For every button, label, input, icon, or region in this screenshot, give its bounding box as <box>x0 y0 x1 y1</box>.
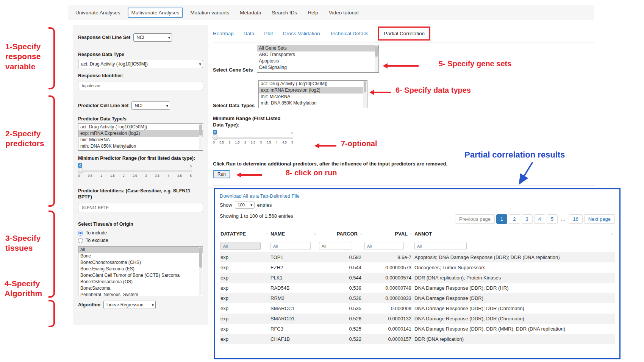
main-tabs: HeatmapDataPlotCross-ValidationTechnical… <box>213 25 595 42</box>
nav-item-help[interactable]: Help <box>304 8 322 17</box>
radio-unselected-icon[interactable] <box>78 238 83 243</box>
nav-item-multivariate-analyses[interactable]: Multivariate Analyses <box>128 8 183 18</box>
min-range-slider[interactable]: 0 5 00.511.522.533.544.55 <box>213 136 293 148</box>
predictor-cell-line-set-select[interactable]: NCI ▾ <box>131 101 170 110</box>
list-option-abc-transporters[interactable]: ABC Transporters <box>257 51 378 58</box>
response-identifier-input[interactable] <box>78 81 203 90</box>
filter-input-annot[interactable] <box>414 242 467 250</box>
filter-input-parcor[interactable] <box>319 242 352 250</box>
list-option-exp-mrna-expression-log2[interactable]: exp: mRNA Expression (log2) <box>259 87 367 94</box>
min-predictor-range-slider[interactable]: 0 5 00.511.522.533.544.55 <box>78 169 192 182</box>
page-button-16[interactable]: 16 <box>569 214 582 224</box>
list-option-act-drug-activity-log10-ic50m[interactable]: act: Drug Activity (-log10[IC50M]) <box>78 124 203 130</box>
column-header-name[interactable]: NAME↑↓ <box>270 228 318 240</box>
page-button-3[interactable]: 3 <box>522 214 533 224</box>
list-option-bone-ewing-sarcoma-es[interactable]: Bone:Ewing Sarcoma (ES) <box>78 266 203 272</box>
predictor-identifiers-input[interactable] <box>78 203 203 212</box>
sort-icon[interactable]: ↑↓ <box>314 232 316 236</box>
radio-selected-icon[interactable] <box>78 231 83 236</box>
column-header-annot[interactable]: ANNOT↑↓ <box>414 228 615 240</box>
sort-icon[interactable]: ↑↓ <box>265 232 267 236</box>
cell-annot: DNA Damage Response (DDR); DDR (Chromati… <box>414 303 615 314</box>
list-option-mir-microrna[interactable]: mir: MicroRNA <box>259 94 367 100</box>
caret-down-icon: ▾ <box>152 303 154 307</box>
tab-heatmap[interactable]: Heatmap <box>213 31 234 36</box>
gene-sets-listbox[interactable]: All Gene SetsABC TransportersApoptosisCe… <box>257 45 379 73</box>
entries-per-page-select[interactable]: 100 ▾ <box>235 201 255 209</box>
list-option-apoptosis[interactable]: Apoptosis <box>257 58 378 64</box>
page-button-4[interactable]: 4 <box>534 214 545 224</box>
list-option-cell-signaling[interactable]: Cell Signaling <box>257 64 378 71</box>
tissue-listbox[interactable]: allBoneBone:Chondrosarcoma (CHS)Bone:Ewi… <box>78 246 203 296</box>
column-header-pval[interactable]: PVAL↑↓ <box>364 228 414 240</box>
slider-handle[interactable] <box>213 134 218 140</box>
table-row: expRFC30.5250.0000141DNA Damage Response… <box>220 324 615 334</box>
list-option-peripheral-nervous-system[interactable]: Peripheral_Nervous_System <box>78 292 203 296</box>
scrollbar[interactable] <box>363 81 367 108</box>
list-option-all[interactable]: all <box>78 247 203 253</box>
scrollbar-thumb[interactable] <box>364 81 366 92</box>
scrollbar[interactable] <box>199 124 202 150</box>
filter-input-pval[interactable] <box>364 242 404 250</box>
tissue-include-radio-row[interactable]: To include <box>78 230 203 236</box>
list-option-bone-osteosarcoma-os[interactable]: Bone:Osteosarcoma (OS) <box>78 279 203 285</box>
arrow-shaft <box>319 145 336 147</box>
download-link[interactable]: Download All as a Tab-Delimited File <box>220 193 300 199</box>
nav-item-search-ids[interactable]: Search IDs <box>268 8 300 17</box>
list-option-bone-chondrosarcoma-chs[interactable]: Bone:Chondrosarcoma (CHS) <box>78 259 203 266</box>
algorithm-select[interactable]: Linear Regression ▾ <box>103 301 156 309</box>
nav-item-mutation-variants[interactable]: Mutation variants <box>187 8 233 17</box>
sort-icon[interactable]: ↑↓ <box>359 232 361 236</box>
scrollbar-thumb[interactable] <box>199 125 202 136</box>
nav-item-video-tutorial[interactable]: Video tutorial <box>325 8 362 17</box>
prev-page-button[interactable]: Previous page <box>455 214 495 224</box>
tab-technical-details[interactable]: Technical Details <box>330 31 368 36</box>
list-option-act-drug-activity-log10-ic50m[interactable]: act: Drug Activity (-log10[IC50M]) <box>259 81 367 87</box>
page-button-2[interactable]: 2 <box>509 214 520 224</box>
scrollbar[interactable] <box>199 247 202 295</box>
annotation-step8: 8- click on run <box>286 168 337 178</box>
page-button-5[interactable]: 5 <box>547 214 558 224</box>
nav-item-univariate-analyses[interactable]: Univariate Analyses <box>72 8 124 17</box>
response-data-type-select[interactable]: act: Drug Activity (-log10[IC50M]) ▾ <box>78 60 203 68</box>
tab-cross-validation[interactable]: Cross-Validation <box>283 31 320 36</box>
response-cell-line-set-label: Response Cell Line Set <box>78 34 130 41</box>
list-option-mth-dna-850k-methylation[interactable]: mth: DNA 850K Methylation <box>78 143 203 150</box>
cell-parcor: 0.526 <box>318 314 364 324</box>
nav-item-metadata[interactable]: Metadata <box>236 8 264 17</box>
filter-input-name[interactable] <box>270 242 311 250</box>
page-button-1[interactable]: 1 <box>496 214 507 224</box>
cell-datatype: exp <box>220 252 270 262</box>
scrollbar[interactable] <box>375 45 378 72</box>
predictor-data-types-label: Predictor Data Type/s <box>78 116 203 122</box>
arrow-head <box>383 63 388 69</box>
slider-handle[interactable] <box>78 168 83 173</box>
list-option-mth-dna-850k-methylation[interactable]: mth: DNA 850K Methylation <box>259 100 367 106</box>
run-button[interactable]: Run <box>213 170 230 178</box>
tissue-exclude-radio-row[interactable]: To exclude <box>78 238 203 243</box>
list-option-bone[interactable]: Bone <box>78 253 203 259</box>
list-option-bone-giant-cell-tumor-of-bone-gctb-sarcoma[interactable]: Bone:Giant Cell Tumor of Bone (GCTB) Sar… <box>78 272 203 279</box>
list-option-all-gene-sets[interactable]: All Gene Sets <box>257 45 378 51</box>
next-page-button[interactable]: Next page <box>584 214 615 224</box>
tab-data[interactable]: Data <box>244 31 255 36</box>
tab-plot[interactable]: Plot <box>264 31 273 36</box>
scrollbar-thumb[interactable] <box>375 46 378 57</box>
list-option-exp-mrna-expression-log2[interactable]: exp: mRNA Expression (log2) <box>78 130 203 137</box>
column-header-datatype[interactable]: DATATYPE↑↓ <box>220 228 270 240</box>
data-types-listbox[interactable]: act: Drug Activity (-log10[IC50M])exp: m… <box>258 80 367 108</box>
list-option-bone-sarcoma[interactable]: Bone:Sarcoma <box>78 285 203 292</box>
sort-icon[interactable]: ↑↓ <box>409 232 411 236</box>
predictor-data-types-listbox[interactable]: act: Drug Activity (-log10[IC50M])exp: m… <box>78 123 203 151</box>
sort-icon[interactable]: ↑↓ <box>610 232 613 236</box>
arrow-head <box>369 90 374 95</box>
response-cell-line-set-select[interactable]: NCI ▾ <box>133 33 172 42</box>
table-row: expCHAF1B0.5220.0000157DDR (DNA replicat… <box>220 334 615 344</box>
table-row: expTOP10.5828.6e-7Apoptosis; DNA Damage … <box>220 252 615 262</box>
column-header-parcor[interactable]: PARCOR↑↓ <box>318 228 364 240</box>
scrollbar-thumb[interactable] <box>199 247 202 268</box>
list-option-mir-microrna[interactable]: mir: MicroRNA <box>78 137 203 143</box>
tab-partial-correlation[interactable]: Partial Correlation <box>378 27 430 41</box>
slider-tick-labels: 00.511.522.533.544.55 <box>78 174 192 178</box>
filter-input-datatype[interactable] <box>220 242 261 250</box>
